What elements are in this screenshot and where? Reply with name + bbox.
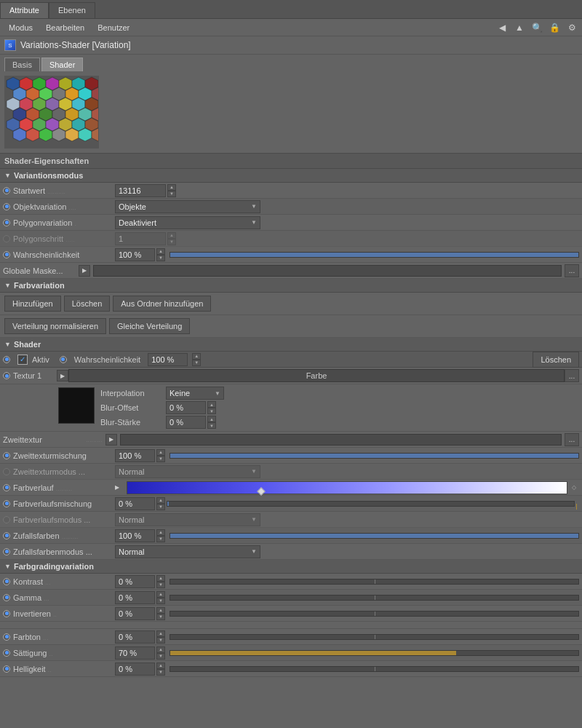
search-icon[interactable]: 🔍 <box>530 20 544 35</box>
farbton-slider[interactable] <box>170 634 579 640</box>
zf-stepper[interactable]: ▲ ▼ <box>156 529 165 542</box>
objektvariation-radio[interactable] <box>3 203 10 210</box>
saettigung-stepper[interactable]: ▲ ▼ <box>156 646 165 660</box>
farbverlauf-arrow[interactable]: ▶ <box>115 481 125 494</box>
zweittextur-arrow[interactable]: ▶ <box>105 434 117 446</box>
fvmodus-dropdown[interactable]: Normal ▼ <box>115 513 260 526</box>
farbton-stepper[interactable]: ▲ ▼ <box>156 630 165 644</box>
farbton-radio[interactable] <box>3 633 10 641</box>
polygonschritt-input[interactable] <box>115 232 166 245</box>
zfm-dropdown[interactable]: Normal ▼ <box>115 545 260 558</box>
zweittextur-bar[interactable] <box>120 434 562 446</box>
farbverlauf-end-handle[interactable]: ◇ <box>569 481 579 494</box>
fvm-radio[interactable] <box>3 500 10 507</box>
hinzufuegen-btn[interactable]: Hinzufügen <box>4 296 61 312</box>
tab-shader[interactable]: Shader <box>41 58 83 71</box>
invertieren-slider[interactable] <box>170 611 579 617</box>
globalemaske-bar[interactable] <box>93 265 562 277</box>
farbvariation-group[interactable]: ▼ Farbvariation <box>0 279 582 293</box>
stepper-down[interactable]: ▼ <box>167 191 176 197</box>
helligkeit-radio[interactable] <box>3 665 10 673</box>
menu-benutzer[interactable]: Benutzer <box>92 22 135 33</box>
menu-modus[interactable]: Modus <box>3 22 39 33</box>
blur-offset-stepper[interactable]: ▲ ▼ <box>207 401 216 414</box>
kontrast-stepper[interactable]: ▲ ▼ <box>156 575 165 588</box>
blur-staerke-stepper[interactable]: ▲ ▼ <box>207 416 216 429</box>
stepper-down2[interactable]: ▼ <box>167 239 176 245</box>
startwert-input[interactable] <box>115 184 166 197</box>
helligkeit-stepper[interactable]: ▲ ▼ <box>156 662 165 676</box>
back-icon[interactable]: ◀ <box>495 20 509 35</box>
invertieren-stepper[interactable]: ▲ ▼ <box>156 607 165 620</box>
loeschen-btn[interactable]: Löschen <box>64 296 111 312</box>
shader-loeschen-btn[interactable]: Löschen <box>533 352 579 368</box>
interpolation-dropdown[interactable]: Keine ▼ <box>166 387 224 400</box>
ztmodus-radio[interactable] <box>3 468 10 475</box>
zf-slider[interactable] <box>170 533 579 539</box>
polygonvariation-radio[interactable] <box>3 219 10 226</box>
stepper-up[interactable]: ▲ <box>167 184 176 191</box>
saettigung-slider[interactable] <box>170 650 579 656</box>
wahr-stepper[interactable]: ▲ ▼ <box>156 248 165 261</box>
stepper-up2[interactable]: ▲ <box>167 232 176 239</box>
tab-attribute[interactable]: Attribute <box>0 2 49 18</box>
startwert-radio[interactable] <box>3 187 10 194</box>
verteilung-btn[interactable]: Verteilung normalisieren <box>4 318 106 334</box>
blur-staerke-input[interactable] <box>166 416 206 429</box>
polygonvariation-dropdown[interactable]: Deaktiviert ▼ <box>115 216 260 229</box>
aus-ordner-btn[interactable]: Aus Ordner hinzufügen <box>113 296 211 312</box>
aktiv-checkbox[interactable]: ✓ <box>17 355 28 365</box>
helligkeit-input[interactable] <box>115 662 155 676</box>
saettigung-radio[interactable] <box>3 649 10 657</box>
ztm-slider[interactable] <box>170 453 579 459</box>
aktiv-radio[interactable] <box>3 356 10 363</box>
textur1-dots[interactable]: ... <box>565 369 579 382</box>
wahrsch-stepper[interactable]: ▲ ▼ <box>192 353 201 366</box>
invertieren-input[interactable] <box>115 607 155 620</box>
wahrscheinlichkeit-radio[interactable] <box>3 251 10 258</box>
gamma-slider[interactable] <box>170 595 579 601</box>
zweittextur-dots[interactable]: ... <box>565 433 579 446</box>
zf-radio[interactable] <box>3 532 10 539</box>
ztmodus-dropdown[interactable]: Normal ▼ <box>115 465 260 478</box>
ztm-input[interactable] <box>115 449 155 462</box>
fvm-input[interactable] <box>115 497 155 510</box>
objektvariation-dropdown[interactable]: Objekte ▼ <box>115 200 260 213</box>
helligkeit-slider[interactable] <box>170 666 579 672</box>
tab-basis[interactable]: Basis <box>4 58 40 71</box>
tab-ebenen[interactable]: Ebenen <box>49 2 95 18</box>
blur-offset-input[interactable] <box>166 401 206 414</box>
polygonschritt-stepper[interactable]: ▲ ▼ <box>167 232 176 245</box>
wahrsch-input2[interactable] <box>148 353 188 366</box>
globalemaske-arrow[interactable]: ▶ <box>79 265 90 277</box>
lock-icon[interactable]: 🔒 <box>547 20 562 35</box>
ztm-stepper[interactable]: ▲ ▼ <box>156 449 165 462</box>
stepper-down3[interactable]: ▼ <box>156 255 165 261</box>
startwert-stepper[interactable]: ▲ ▼ <box>167 184 176 197</box>
shader-group[interactable]: ▼ Shader <box>0 338 582 352</box>
variantionsmodus-group[interactable]: ▼ Variantionsmodus <box>0 169 582 183</box>
farbton-input[interactable] <box>115 630 155 644</box>
kontrast-slider[interactable] <box>170 579 579 585</box>
gleiche-btn[interactable]: Gleiche Verteilung <box>109 318 190 334</box>
saettigung-input[interactable] <box>115 646 155 660</box>
gamma-input[interactable] <box>115 591 155 604</box>
globalemaske-dots[interactable]: ... <box>565 264 579 277</box>
fvm-stepper[interactable]: ▲ ▼ <box>156 497 165 510</box>
fvmodus-radio[interactable] <box>3 516 10 523</box>
gamma-radio[interactable] <box>3 594 10 601</box>
polygonschritt-radio[interactable] <box>3 235 10 242</box>
gamma-stepper[interactable]: ▲ ▼ <box>156 591 165 604</box>
fvm-slider[interactable] <box>167 501 575 507</box>
farbgradingvariation-group[interactable]: ▼ Farbgradingvariation <box>0 560 582 574</box>
settings-icon[interactable]: ⚙ <box>565 20 579 35</box>
menu-bearbeiten[interactable]: Bearbeiten <box>40 22 90 33</box>
forward-icon[interactable]: ▲ <box>512 20 527 35</box>
stepper-down4[interactable]: ▼ <box>192 360 201 366</box>
stepper-up4[interactable]: ▲ <box>192 353 201 360</box>
wahrsch-radio2[interactable] <box>60 356 67 363</box>
wahrscheinlichkeit-slider[interactable] <box>170 252 579 258</box>
kontrast-input[interactable] <box>115 575 155 588</box>
wahrscheinlichkeit-input[interactable] <box>115 248 155 261</box>
ztm-radio[interactable] <box>3 452 10 459</box>
